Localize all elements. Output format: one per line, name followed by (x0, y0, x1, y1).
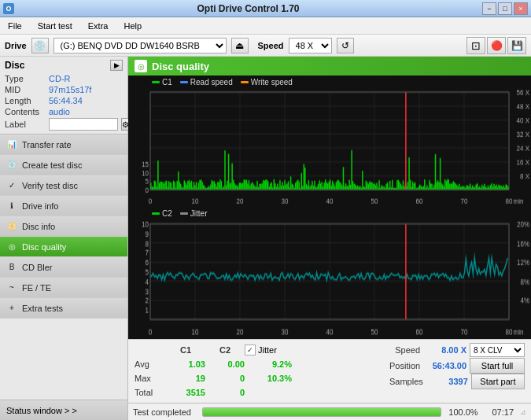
maximize-button[interactable]: □ (498, 2, 512, 15)
c2-legend: C2 (152, 209, 172, 218)
read-speed-legend: Read speed (180, 78, 233, 87)
disc-section-title: Disc (5, 60, 24, 71)
drive-info-label: Drive info (22, 201, 58, 211)
fe-te-label: FE / TE (22, 283, 51, 293)
quality-panel-title: Disc quality (152, 61, 209, 72)
menu-help[interactable]: Help (119, 20, 146, 32)
jitter-legend-label: Jitter (190, 209, 208, 218)
speed-label: Speed (395, 345, 420, 355)
elapsed-time: 07:17 (485, 407, 514, 417)
app-icon: O (3, 3, 14, 14)
avg-jitter: 9.2% (245, 359, 292, 369)
total-c1: 3515 (166, 388, 205, 397)
write-speed-legend: Write speed (241, 78, 293, 87)
close-button[interactable]: × (514, 2, 528, 15)
status-text: Test completed (133, 407, 196, 417)
jitter-checkbox[interactable]: ✓ (245, 344, 256, 356)
progress-bar (202, 407, 441, 417)
contents-value: audio (49, 107, 70, 116)
speed-label: Speed (258, 41, 284, 50)
menu-start-test[interactable]: Start test (33, 20, 77, 32)
menu-extra[interactable]: Extra (83, 20, 113, 32)
speed-row: Speed 8.00 X 8 X CLV (389, 343, 525, 357)
position-value: 56:43.00 (423, 361, 466, 370)
left-panel: Disc ▶ Type CD-R MID 97m15s17f Length 56… (0, 57, 128, 420)
copy-button[interactable]: ⊡ (466, 37, 485, 54)
chart1-legend: C1 Read speed Write speed (128, 76, 531, 88)
drive-icon: 💿 (31, 38, 49, 53)
start-full-button[interactable]: Start full (470, 358, 525, 374)
avg-c2: 0.00 (205, 359, 245, 369)
nav-fe-te[interactable]: ~ FE / TE (0, 278, 127, 298)
nav-create-test-disc[interactable]: 💿 Create test disc (0, 155, 127, 175)
menu-file[interactable]: File (3, 20, 27, 32)
chart2-canvas (128, 219, 531, 339)
position-row: Position 56:43.00 Start full (389, 359, 525, 373)
stats-avg-row: Avg 1.03 0.00 9.2% (135, 357, 383, 371)
write-speed-legend-label: Write speed (251, 78, 293, 87)
cd-bler-label: CD Bler (22, 263, 53, 272)
status-window-label: Status window > > (6, 406, 77, 415)
avg-c1: 1.03 (166, 359, 205, 369)
drive-select[interactable]: (G:) BENQ DVD DD DW1640 BSRB (53, 38, 227, 53)
stats-header-row: C1 C2 ✓ Jitter (135, 343, 383, 357)
disc-arrow-button[interactable]: ▶ (110, 60, 123, 71)
nav-transfer-rate[interactable]: 📊 Transfer rate (0, 134, 127, 155)
transfer-rate-label: Transfer rate (22, 140, 72, 149)
disc-info-label: Disc info (22, 222, 55, 231)
save-button[interactable]: 💾 (507, 37, 526, 54)
nav-drive-info[interactable]: ℹ Drive info (0, 196, 127, 216)
samples-row: Samples 3397 Start part (389, 374, 525, 389)
resize-grip: ⊿ (520, 408, 526, 416)
right-panel: ◎ Disc quality C1 Read speed Write speed (128, 57, 531, 420)
nav-disc-info[interactable]: 📀 Disc info (0, 216, 127, 237)
col-c1-header: C1 (166, 345, 205, 355)
mid-value: 97m15s17f (49, 85, 91, 94)
disc-length-row: Length 56:44.34 (5, 96, 123, 105)
stats-area: C1 C2 ✓ Jitter Avg 1.03 0.00 9.2% Max 19 (128, 339, 531, 403)
nav-extra-tests[interactable]: + Extra tests (0, 298, 127, 319)
progress-percent: 100.0% (448, 407, 479, 417)
max-jitter: 10.3% (245, 374, 292, 383)
charts-area: C1 Read speed Write speed C2 (128, 76, 531, 339)
main-area: Disc ▶ Type CD-R MID 97m15s17f Length 56… (0, 57, 531, 420)
speed-select[interactable]: 48 X (289, 38, 332, 53)
drive-info-icon: ℹ (6, 201, 17, 212)
disc-type-row: Type CD-R (5, 74, 123, 83)
length-value: 56:44.34 (49, 96, 83, 105)
burn-button[interactable]: 🔴 (487, 37, 506, 54)
jitter-legend: Jitter (180, 209, 208, 218)
start-part-button[interactable]: Start part (471, 374, 525, 389)
speed-mode-select[interactable]: 8 X CLV (470, 343, 525, 357)
minimize-button[interactable]: − (482, 2, 496, 15)
progress-bar-fill (203, 408, 441, 416)
nav-cd-bler[interactable]: B CD Bler (0, 257, 127, 278)
titlebar: O Opti Drive Control 1.70 − □ × (0, 0, 531, 17)
disc-info-icon: 📀 (6, 221, 17, 232)
max-label: Max (135, 374, 166, 383)
quality-header: ◎ Disc quality (128, 57, 531, 76)
jitter-col-header: Jitter (258, 345, 277, 355)
total-label: Total (135, 388, 166, 397)
stats-max-row: Max 19 0 10.3% (135, 371, 383, 385)
drivebar: Drive 💿 (G:) BENQ DVD DD DW1640 BSRB ⏏ S… (0, 35, 531, 57)
app-title: Opti Drive Control 1.70 (14, 3, 482, 14)
chart2-legend: C2 Jitter (128, 208, 531, 219)
status-window-button[interactable]: Status window > > (0, 400, 127, 420)
read-speed-legend-label: Read speed (190, 78, 233, 87)
c2-legend-label: C2 (162, 209, 172, 218)
nav-verify-test-disc[interactable]: ✓ Verify test disc (0, 175, 127, 196)
max-c1: 19 (166, 374, 205, 383)
eject-button[interactable]: ⏏ (231, 38, 249, 53)
c1-legend-label: C1 (162, 78, 172, 87)
window-controls: − □ × (482, 2, 528, 15)
contents-label: Contents (5, 107, 46, 116)
col-c2-header: C2 (205, 345, 245, 355)
menubar: File Start test Extra Help (0, 17, 531, 35)
mid-label: MID (5, 85, 46, 94)
disc-section: Disc ▶ Type CD-R MID 97m15s17f Length 56… (0, 57, 127, 134)
nav-disc-quality[interactable]: ◎ Disc quality (0, 237, 127, 257)
refresh-button[interactable]: ↺ (337, 38, 354, 53)
label-input[interactable] (49, 118, 118, 131)
c1-legend: C1 (152, 78, 172, 87)
